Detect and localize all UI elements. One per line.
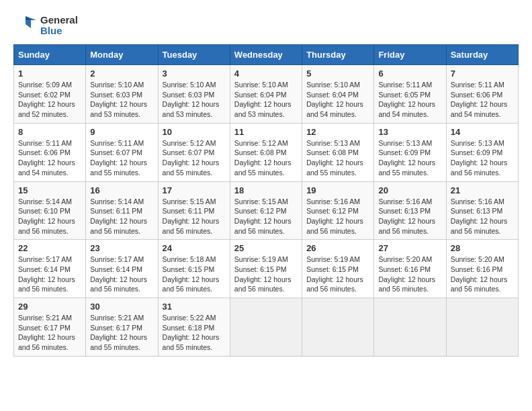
day-number: 21 — [451, 185, 514, 195]
calendar-table: SundayMondayTuesdayWednesdayThursdayFrid… — [13, 44, 519, 357]
calendar-cell — [374, 298, 446, 357]
day-info: Sunrise: 5:14 AMSunset: 6:10 PMDaylight:… — [18, 197, 75, 235]
day-info: Sunrise: 5:10 AMSunset: 6:03 PMDaylight:… — [90, 81, 147, 118]
calendar-cell: 17 Sunrise: 5:15 AMSunset: 6:11 PMDaylig… — [158, 181, 230, 240]
day-info: Sunrise: 5:21 AMSunset: 6:17 PMDaylight:… — [18, 314, 75, 351]
day-number: 19 — [306, 185, 369, 195]
week-row-5: 29 Sunrise: 5:21 AMSunset: 6:17 PMDaylig… — [14, 298, 519, 357]
header-saturday: Saturday — [446, 45, 518, 65]
day-info: Sunrise: 5:14 AMSunset: 6:11 PMDaylight:… — [90, 197, 147, 235]
header-friday: Friday — [374, 45, 446, 65]
calendar-cell — [302, 298, 374, 357]
calendar-cell: 28 Sunrise: 5:20 AMSunset: 6:16 PMDaylig… — [446, 240, 518, 298]
day-number: 1 — [18, 68, 81, 79]
day-number: 13 — [378, 127, 441, 137]
day-info: Sunrise: 5:18 AMSunset: 6:15 PMDaylight:… — [163, 255, 220, 293]
day-info: Sunrise: 5:12 AMSunset: 6:07 PMDaylight:… — [163, 139, 220, 177]
calendar-cell: 27 Sunrise: 5:20 AMSunset: 6:16 PMDaylig… — [374, 240, 446, 298]
day-number: 7 — [451, 68, 514, 79]
calendar-cell: 3 Sunrise: 5:10 AMSunset: 6:03 PMDayligh… — [158, 65, 230, 124]
day-number: 4 — [234, 68, 298, 79]
calendar-cell: 8 Sunrise: 5:11 AMSunset: 6:06 PMDayligh… — [14, 123, 86, 181]
calendar-cell: 23 Sunrise: 5:17 AMSunset: 6:14 PMDaylig… — [86, 240, 158, 298]
day-info: Sunrise: 5:16 AMSunset: 6:13 PMDaylight:… — [378, 197, 435, 235]
day-number: 18 — [234, 185, 298, 195]
day-info: Sunrise: 5:10 AMSunset: 6:04 PMDaylight:… — [234, 81, 292, 118]
day-info: Sunrise: 5:15 AMSunset: 6:11 PMDaylight:… — [163, 197, 220, 235]
calendar-cell: 31 Sunrise: 5:22 AMSunset: 6:18 PMDaylig… — [158, 298, 230, 357]
calendar-cell: 7 Sunrise: 5:11 AMSunset: 6:06 PMDayligh… — [446, 65, 518, 124]
day-number: 12 — [306, 127, 369, 137]
calendar-cell — [446, 298, 518, 357]
day-number: 31 — [163, 302, 226, 312]
calendar-cell: 22 Sunrise: 5:17 AMSunset: 6:14 PMDaylig… — [14, 240, 86, 298]
day-info: Sunrise: 5:16 AMSunset: 6:13 PMDaylight:… — [451, 197, 508, 235]
day-number: 3 — [163, 68, 226, 79]
calendar-cell: 26 Sunrise: 5:19 AMSunset: 6:15 PMDaylig… — [302, 240, 374, 298]
calendar-cell: 30 Sunrise: 5:21 AMSunset: 6:17 PMDaylig… — [86, 298, 158, 357]
logo-general: General — [40, 15, 78, 26]
day-info: Sunrise: 5:17 AMSunset: 6:14 PMDaylight:… — [90, 255, 147, 293]
calendar-cell: 11 Sunrise: 5:12 AMSunset: 6:08 PMDaylig… — [230, 123, 302, 181]
week-row-2: 8 Sunrise: 5:11 AMSunset: 6:06 PMDayligh… — [14, 123, 519, 181]
day-number: 20 — [378, 185, 441, 195]
calendar-cell: 15 Sunrise: 5:14 AMSunset: 6:10 PMDaylig… — [14, 181, 86, 240]
day-number: 9 — [90, 127, 153, 137]
calendar-cell: 14 Sunrise: 5:13 AMSunset: 6:09 PMDaylig… — [446, 123, 518, 181]
day-number: 30 — [90, 302, 153, 312]
calendar-cell: 13 Sunrise: 5:13 AMSunset: 6:09 PMDaylig… — [374, 123, 446, 181]
day-number: 17 — [163, 185, 226, 195]
calendar-cell: 1 Sunrise: 5:09 AMSunset: 6:02 PMDayligh… — [14, 65, 86, 124]
header: General Blue — [13, 13, 519, 38]
header-tuesday: Tuesday — [158, 45, 230, 65]
header-monday: Monday — [86, 45, 158, 65]
header-sunday: Sunday — [14, 45, 86, 65]
day-info: Sunrise: 5:19 AMSunset: 6:15 PMDaylight:… — [306, 255, 363, 293]
day-number: 24 — [163, 243, 226, 253]
calendar-cell: 6 Sunrise: 5:11 AMSunset: 6:05 PMDayligh… — [374, 65, 446, 124]
calendar-cell: 16 Sunrise: 5:14 AMSunset: 6:11 PMDaylig… — [86, 181, 158, 240]
calendar-cell: 19 Sunrise: 5:16 AMSunset: 6:12 PMDaylig… — [302, 181, 374, 240]
calendar-cell: 20 Sunrise: 5:16 AMSunset: 6:13 PMDaylig… — [374, 181, 446, 240]
day-number: 11 — [234, 127, 298, 137]
day-info: Sunrise: 5:11 AMSunset: 6:07 PMDaylight:… — [90, 139, 147, 177]
header-thursday: Thursday — [302, 45, 374, 65]
day-info: Sunrise: 5:12 AMSunset: 6:08 PMDaylight:… — [234, 139, 292, 177]
day-info: Sunrise: 5:10 AMSunset: 6:03 PMDaylight:… — [163, 81, 220, 118]
day-info: Sunrise: 5:11 AMSunset: 6:06 PMDaylight:… — [451, 81, 508, 118]
logo-blue: Blue — [40, 26, 78, 37]
day-number: 5 — [306, 68, 369, 79]
calendar-cell: 24 Sunrise: 5:18 AMSunset: 6:15 PMDaylig… — [158, 240, 230, 298]
logo-icon — [13, 13, 38, 38]
day-info: Sunrise: 5:13 AMSunset: 6:09 PMDaylight:… — [378, 139, 435, 177]
day-number: 8 — [18, 127, 81, 137]
calendar-cell: 29 Sunrise: 5:21 AMSunset: 6:17 PMDaylig… — [14, 298, 86, 357]
day-number: 26 — [306, 243, 369, 253]
day-info: Sunrise: 5:21 AMSunset: 6:17 PMDaylight:… — [90, 314, 147, 351]
day-number: 6 — [378, 68, 441, 79]
day-number: 10 — [163, 127, 226, 137]
calendar-cell: 2 Sunrise: 5:10 AMSunset: 6:03 PMDayligh… — [86, 65, 158, 124]
calendar-cell: 5 Sunrise: 5:10 AMSunset: 6:04 PMDayligh… — [302, 65, 374, 124]
day-info: Sunrise: 5:15 AMSunset: 6:12 PMDaylight:… — [234, 197, 292, 235]
day-number: 29 — [18, 302, 81, 312]
calendar-cell: 21 Sunrise: 5:16 AMSunset: 6:13 PMDaylig… — [446, 181, 518, 240]
day-info: Sunrise: 5:09 AMSunset: 6:02 PMDaylight:… — [18, 81, 75, 118]
week-row-3: 15 Sunrise: 5:14 AMSunset: 6:10 PMDaylig… — [14, 181, 519, 240]
header-wednesday: Wednesday — [230, 45, 302, 65]
day-info: Sunrise: 5:10 AMSunset: 6:04 PMDaylight:… — [306, 81, 363, 118]
day-info: Sunrise: 5:11 AMSunset: 6:05 PMDaylight:… — [378, 81, 435, 118]
calendar-cell — [230, 298, 302, 357]
day-number: 23 — [90, 243, 153, 253]
day-info: Sunrise: 5:19 AMSunset: 6:15 PMDaylight:… — [234, 255, 292, 293]
day-number: 14 — [451, 127, 514, 137]
day-number: 22 — [18, 243, 81, 253]
calendar-cell: 4 Sunrise: 5:10 AMSunset: 6:04 PMDayligh… — [230, 65, 302, 124]
calendar-cell: 25 Sunrise: 5:19 AMSunset: 6:15 PMDaylig… — [230, 240, 302, 298]
day-info: Sunrise: 5:20 AMSunset: 6:16 PMDaylight:… — [451, 255, 508, 293]
day-info: Sunrise: 5:17 AMSunset: 6:14 PMDaylight:… — [18, 255, 75, 293]
calendar-cell: 12 Sunrise: 5:13 AMSunset: 6:08 PMDaylig… — [302, 123, 374, 181]
calendar-cell: 10 Sunrise: 5:12 AMSunset: 6:07 PMDaylig… — [158, 123, 230, 181]
day-number: 16 — [90, 185, 153, 195]
day-info: Sunrise: 5:22 AMSunset: 6:18 PMDaylight:… — [163, 314, 220, 351]
